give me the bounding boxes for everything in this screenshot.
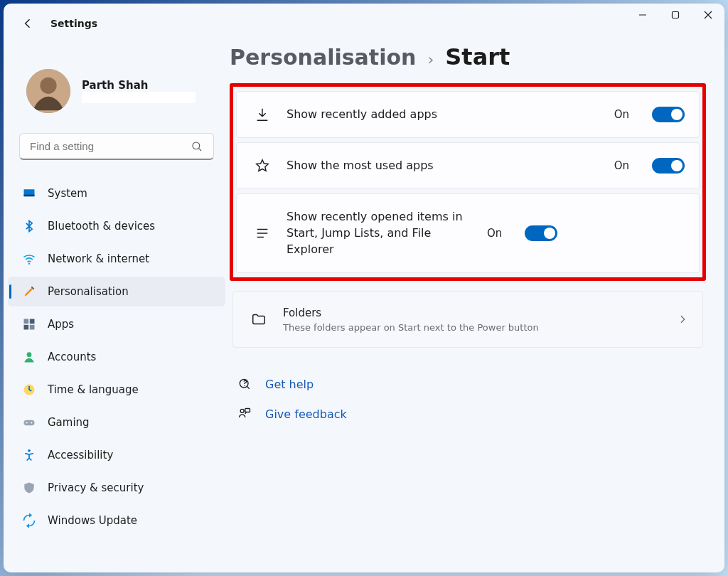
folders-subtitle: These folders appear on Start next to th…: [283, 322, 661, 333]
nav-time[interactable]: Time & language: [8, 375, 225, 405]
update-icon: [22, 513, 36, 528]
nav-network[interactable]: Network & internet: [8, 244, 225, 274]
system-icon: [22, 186, 36, 201]
toggle-recently-added: Show recently added apps On: [236, 91, 700, 138]
nav-bluetooth[interactable]: Bluetooth & devices: [8, 211, 225, 241]
svg-point-2: [40, 78, 56, 94]
toggle-switch[interactable]: [652, 158, 685, 174]
help-links: Get help Give feedback: [230, 352, 706, 429]
svg-rect-5: [24, 195, 35, 197]
nav-accounts[interactable]: Accounts: [8, 342, 225, 372]
toggle-most-used: Show the most used apps On: [236, 142, 700, 189]
nav-apps[interactable]: Apps: [8, 309, 225, 339]
avatar: [26, 69, 70, 113]
svg-point-15: [31, 422, 32, 423]
apps-icon: [22, 317, 36, 331]
help-icon: [237, 376, 252, 392]
breadcrumb-separator: ›: [427, 50, 434, 68]
svg-point-11: [27, 352, 32, 357]
back-button[interactable]: [21, 16, 35, 31]
svg-point-14: [26, 422, 28, 423]
settings-window: Settings Parth Shah: [4, 4, 724, 572]
bluetooth-icon: [22, 219, 36, 233]
link-text: Give feedback: [265, 407, 347, 421]
svg-point-16: [28, 449, 31, 452]
toggle-status: On: [487, 227, 502, 240]
svg-point-6: [28, 262, 31, 265]
folder-icon: [250, 311, 267, 328]
toggle-label: Show recently added apps: [287, 106, 599, 122]
paintbrush-icon: [22, 284, 36, 299]
accessibility-icon: [22, 448, 36, 462]
toggle-label: Show recently opened items in Start, Jum…: [287, 208, 471, 258]
folders-row[interactable]: Folders These folders appear on Start ne…: [232, 291, 703, 348]
nav-privacy[interactable]: Privacy & security: [8, 473, 225, 503]
give-feedback-link[interactable]: Give feedback: [237, 399, 706, 429]
feedback-icon: [237, 406, 252, 422]
download-icon: [254, 106, 271, 123]
search-input[interactable]: [30, 140, 191, 152]
search-box[interactable]: [19, 133, 214, 160]
nav-gaming[interactable]: Gaming: [8, 407, 225, 437]
svg-rect-9: [24, 325, 29, 330]
minimize-button[interactable]: [626, 4, 659, 26]
nav-label: Windows Update: [48, 514, 137, 527]
nav-label: Apps: [48, 318, 74, 331]
nav-label: Gaming: [48, 416, 90, 429]
toggle-label: Show the most used apps: [287, 157, 599, 174]
get-help-link[interactable]: Get help: [237, 369, 706, 399]
toggle-status: On: [614, 108, 629, 121]
svg-rect-13: [24, 420, 35, 426]
nav-label: Personalisation: [48, 285, 129, 298]
svg-rect-0: [673, 12, 679, 18]
breadcrumb-parent[interactable]: Personalisation: [230, 45, 416, 70]
svg-point-18: [244, 385, 245, 386]
breadcrumb: Personalisation › Start: [230, 43, 706, 83]
star-icon: [254, 157, 271, 174]
nav-label: Bluetooth & devices: [48, 220, 155, 233]
nav-personalisation[interactable]: Personalisation: [8, 277, 225, 306]
nav-label: Time & language: [48, 383, 139, 396]
main-content: Personalisation › Start Show recently ad…: [230, 43, 724, 572]
nav-accessibility[interactable]: Accessibility: [8, 440, 225, 470]
svg-rect-20: [245, 409, 250, 412]
toggle-recent-items: Show recently opened items in Start, Jum…: [236, 193, 700, 273]
toggle-status: On: [614, 159, 629, 172]
search-icon: [191, 140, 203, 153]
account-block[interactable]: Parth Shah: [4, 49, 230, 130]
list-icon: [254, 225, 271, 242]
nav-update[interactable]: Windows Update: [8, 506, 225, 535]
nav-label: Privacy & security: [48, 481, 144, 494]
svg-point-19: [240, 410, 244, 413]
account-name: Parth Shah: [82, 79, 196, 92]
titlebar: Settings: [4, 4, 724, 43]
wifi-icon: [22, 252, 36, 266]
svg-rect-10: [30, 325, 35, 330]
nav-label: Accessibility: [48, 449, 113, 462]
toggle-switch[interactable]: [652, 107, 685, 122]
chevron-right-icon: [677, 314, 688, 325]
close-button[interactable]: [692, 4, 724, 26]
gamepad-icon: [22, 415, 36, 430]
svg-point-3: [193, 142, 200, 149]
maximize-button[interactable]: [659, 4, 692, 26]
nav-label: Accounts: [48, 351, 96, 363]
app-title: Settings: [50, 18, 97, 29]
svg-rect-8: [30, 319, 35, 324]
svg-rect-7: [24, 319, 29, 324]
nav-system[interactable]: System: [8, 178, 225, 208]
annotation-highlight: Show recently added apps On Show the mos…: [230, 83, 706, 281]
nav-label: System: [48, 187, 87, 200]
toggle-switch[interactable]: [525, 225, 557, 241]
account-email: [82, 92, 196, 103]
nav: System Bluetooth & devices Network & int…: [4, 173, 230, 535]
sidebar: Parth Shah System Bluetooth & devices: [4, 43, 230, 572]
person-icon: [22, 350, 36, 364]
breadcrumb-current: Start: [445, 43, 510, 70]
nav-label: Network & internet: [48, 252, 149, 265]
link-text: Get help: [265, 378, 314, 391]
shield-icon: [22, 481, 36, 495]
clock-icon: [22, 383, 36, 397]
folders-title: Folders: [283, 306, 661, 321]
